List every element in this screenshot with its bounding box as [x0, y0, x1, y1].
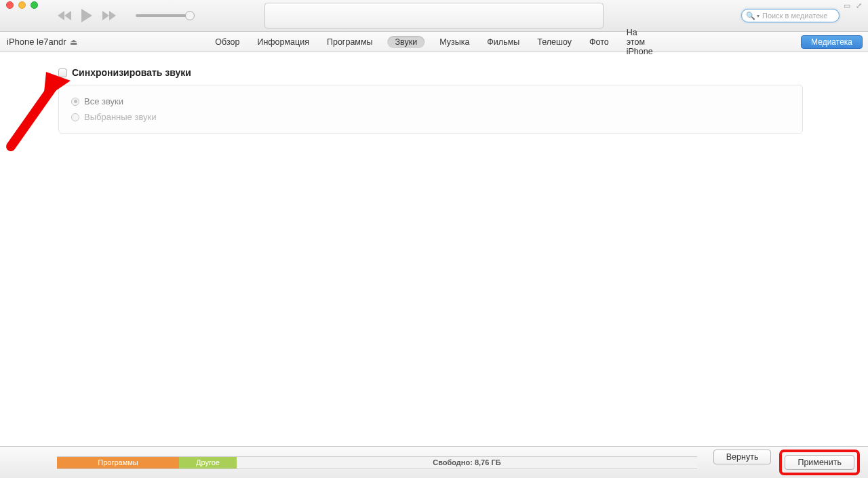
search-box[interactable]: 🔍 ▾ [741, 9, 840, 22]
apply-button-label: Применить [797, 458, 842, 467]
radio-selected-tones-row: Выбранные звуки [71, 109, 790, 125]
library-button-label: Медиатека [811, 37, 852, 47]
close-window-button[interactable] [6, 1, 14, 9]
capacity-other-label: Другое [196, 458, 220, 466]
radio-all-tones-row: Все звуки [71, 94, 790, 109]
capacity-segment-apps: Программы [57, 457, 179, 469]
eject-icon[interactable]: ⏏ [70, 37, 77, 47]
capacity-apps-label: Программы [98, 458, 138, 466]
search-icon: 🔍 [746, 12, 755, 20]
lcd-display [264, 3, 604, 28]
tab-tones[interactable]: Звуки [388, 36, 425, 48]
volume-knob[interactable] [185, 11, 195, 20]
tab-tvshows[interactable]: Телешоу [534, 36, 574, 48]
library-button[interactable]: Медиатека [801, 35, 863, 49]
tab-overview[interactable]: Обзор [212, 36, 242, 48]
bottom-buttons: Вернуть Применить [713, 450, 860, 475]
next-track-button[interactable] [102, 10, 117, 21]
radio-selected-tones-label: Выбранные звуки [84, 112, 157, 122]
tab-music[interactable]: Музыка [437, 36, 472, 48]
radio-selected-tones[interactable] [71, 113, 79, 121]
previous-track-button[interactable] [57, 10, 72, 21]
volume-slider[interactable] [136, 14, 193, 17]
annotation-highlight-box: Применить [779, 450, 860, 475]
revert-button[interactable]: Вернуть [713, 450, 772, 464]
minimize-window-button[interactable] [18, 1, 26, 9]
bottom-bar: Программы Другое Свободно: 8,76 ГБ Верну… [0, 446, 868, 478]
apply-button[interactable]: Применить [785, 455, 854, 470]
search-input[interactable] [762, 12, 835, 20]
tab-info[interactable]: Информация [254, 36, 312, 48]
nav-bar: iPhone le7andr ⏏ Обзор Информация Програ… [0, 32, 868, 52]
capacity-segment-free: Свободно: 8,76 ГБ [237, 457, 697, 469]
device-name-label: iPhone le7andr [7, 37, 66, 47]
content-area: Синхронизировать звуки Все звуки Выбранн… [0, 52, 868, 134]
capacity-free-label: Свободно: 8,76 ГБ [433, 458, 500, 466]
miniplayer-button[interactable]: ▭ [844, 1, 853, 8]
play-button[interactable] [80, 8, 94, 23]
tab-apps[interactable]: Программы [324, 36, 376, 48]
sync-tones-checkbox[interactable] [58, 68, 67, 77]
tab-movies[interactable]: Фильмы [484, 36, 522, 48]
revert-button-label: Вернуть [726, 452, 759, 462]
tab-photos[interactable]: Фото [587, 36, 612, 48]
radio-all-tones[interactable] [71, 98, 79, 106]
sync-tones-row: Синхронизировать звуки [58, 67, 803, 78]
fullscreen-button[interactable]: ⤢ [856, 1, 865, 8]
device-selector[interactable]: iPhone le7andr ⏏ [7, 37, 77, 47]
sync-options-box: Все звуки Выбранные звуки [58, 85, 803, 134]
capacity-bar[interactable]: Программы Другое Свободно: 8,76 ГБ [57, 456, 697, 469]
zoom-window-button[interactable] [31, 1, 38, 9]
top-right-controls: ▭ ⤢ [844, 1, 865, 8]
sync-tones-label: Синхронизировать звуки [72, 67, 191, 78]
radio-all-tones-label: Все звуки [84, 96, 123, 106]
search-dropdown-icon[interactable]: ▾ [757, 13, 760, 19]
capacity-segment-other: Другое [179, 457, 237, 469]
playback-controls [57, 8, 193, 23]
window-traffic-lights [6, 1, 38, 9]
